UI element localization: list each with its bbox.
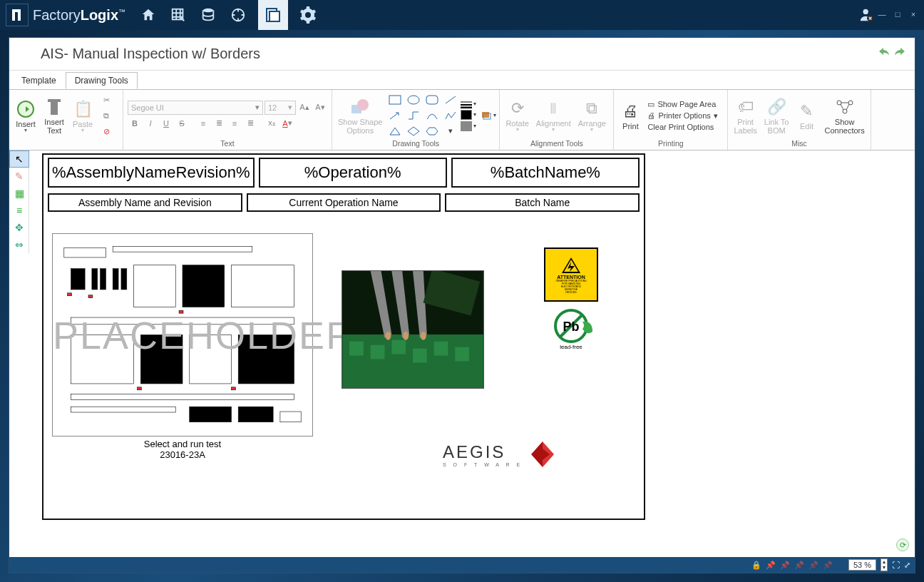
subheader-batch[interactable]: Batch Name	[445, 193, 640, 212]
svg-rect-49	[88, 295, 93, 298]
justify-icon[interactable]: ≣	[243, 116, 257, 131]
font-color-icon[interactable]: A▾	[280, 116, 294, 131]
align-center-icon[interactable]: ≣	[212, 116, 226, 131]
status-pin1-icon[interactable]: 📌	[766, 561, 776, 570]
tab-template[interactable]: Template	[12, 72, 66, 89]
print-button[interactable]: 🖨Print	[617, 99, 644, 132]
header-batch[interactable]: %BatchName%	[451, 158, 640, 188]
redo-button[interactable]	[893, 44, 908, 55]
shape-triangle[interactable]	[386, 124, 404, 138]
text-tool-icon	[46, 96, 62, 118]
zoom-level[interactable]: 53 %	[848, 559, 876, 571]
shape-rect[interactable]	[386, 93, 404, 107]
user-account-icon[interactable]	[857, 5, 877, 25]
insert-button[interactable]: Insert▾	[12, 97, 39, 135]
grid-edit-icon[interactable]	[168, 5, 188, 25]
svg-rect-12	[48, 99, 61, 102]
document-title: AIS- Manual Inspection w/ Borders	[41, 46, 260, 62]
shape-hex[interactable]	[423, 124, 441, 138]
refresh-button[interactable]: ⟳	[896, 538, 909, 551]
subheader-assembly[interactable]: Assembly Name and Revision	[48, 193, 242, 212]
zoom-expand-icon[interactable]: ⤢	[904, 561, 910, 570]
template-page[interactable]: %AssemblyNameRevision% %Operation% %Batc…	[42, 153, 645, 520]
pcb-schematic-icon	[57, 238, 308, 432]
status-lock-icon[interactable]: 🔒	[751, 561, 761, 570]
printer-icon: 🖨	[622, 101, 638, 122]
svg-rect-42	[238, 335, 294, 384]
minimize-button[interactable]: —	[877, 10, 887, 20]
eraser-tool[interactable]: ✎	[9, 168, 29, 185]
ribbon-tabs: Template Drawing Tools	[9, 71, 915, 89]
border-color-picker[interactable]: ▾	[461, 121, 476, 131]
svg-rect-48	[68, 293, 72, 296]
line-style-picker[interactable]: ▾	[461, 100, 476, 108]
align-right-icon[interactable]: ≡	[227, 116, 242, 131]
status-pin3-icon[interactable]: 📌	[794, 561, 804, 570]
header-assembly[interactable]: %AssemblyNameRevision%	[48, 158, 255, 188]
font-size-select[interactable]: 12▾	[265, 101, 296, 115]
svg-rect-50	[179, 310, 183, 313]
esd-attention-sign[interactable]: ATTENTION OBSERVE PRECAUTIONSFOR HANDLIN…	[544, 247, 598, 302]
underline-icon[interactable]: U	[159, 116, 173, 131]
shape-diamond[interactable]	[405, 124, 422, 138]
svg-rect-60	[455, 347, 469, 362]
canvas-scroll[interactable]: %AssemblyNameRevision% %Operation% %Batc…	[29, 150, 915, 554]
shape-arrow[interactable]	[386, 108, 404, 123]
document-view-icon[interactable]	[258, 0, 288, 30]
maximize-button[interactable]: □	[893, 10, 903, 20]
clear-print-options[interactable]: Clear Print Options	[645, 122, 719, 132]
printer-options[interactable]: 🖨Printer Options ▾	[645, 111, 719, 121]
inspection-photo[interactable]	[342, 270, 484, 389]
shape-ellipse[interactable]	[405, 93, 422, 107]
aegis-logo[interactable]: AEGIS S O F T W A R E	[443, 440, 607, 469]
pan-tool[interactable]: ⇔	[9, 236, 29, 253]
database-icon[interactable]	[198, 5, 218, 25]
zoom-stepper[interactable]: ▴▾	[881, 558, 888, 571]
shapes-icon	[350, 96, 370, 118]
strike-icon[interactable]: S	[175, 116, 189, 131]
svg-rect-36	[183, 265, 225, 307]
close-button[interactable]: ×	[908, 10, 918, 20]
shape-polyline[interactable]	[442, 108, 459, 123]
delete-icon[interactable]: ⊘	[99, 124, 113, 138]
status-pin4-icon[interactable]: 📌	[808, 561, 818, 570]
status-pin2-icon[interactable]: 📌	[780, 561, 790, 570]
pcb-placeholder[interactable]: PLACEHOLDER	[52, 233, 313, 436]
align-left-icon[interactable]: ≡	[196, 116, 210, 131]
svg-rect-34	[121, 269, 127, 290]
title-bar: FactoryLogix™ — □ ×	[0, 0, 924, 30]
pointer-tool[interactable]: ↖	[9, 150, 29, 168]
home-icon[interactable]	[138, 5, 158, 25]
effect-picker[interactable]: ▾	[481, 111, 496, 121]
subscript-icon[interactable]: x₂	[265, 116, 279, 131]
lead-free-badge[interactable]: Pb lead-free	[551, 307, 595, 352]
zoom-fit-icon[interactable]: ⛶	[892, 561, 900, 569]
arrange-icon: ⧉	[586, 98, 597, 119]
settings-icon[interactable]	[298, 5, 318, 25]
insert-text-button[interactable]: Insert Text	[41, 95, 68, 136]
tab-drawing-tools[interactable]: Drawing Tools	[66, 72, 138, 89]
shape-more[interactable]: ▾	[442, 124, 459, 138]
grid-tool[interactable]: ▦	[9, 185, 29, 202]
levels-tool[interactable]: ≡	[9, 202, 29, 219]
header-operation[interactable]: %Operation%	[259, 158, 447, 188]
target-icon[interactable]	[228, 5, 248, 25]
app-logo	[6, 4, 29, 26]
italic-icon[interactable]: I	[143, 116, 158, 131]
shape-connector[interactable]	[405, 108, 422, 123]
font-family-select[interactable]: Segoe UI▾	[128, 101, 263, 115]
show-connectors-button[interactable]: Show Connectors	[821, 95, 867, 136]
fill-color-picker[interactable]: ▾	[461, 110, 476, 120]
grow-font-icon[interactable]: A▴	[297, 101, 312, 115]
undo-button[interactable]	[878, 44, 892, 55]
shape-line[interactable]	[442, 93, 459, 107]
shrink-font-icon[interactable]: A▾	[313, 101, 327, 115]
bold-icon[interactable]: B	[128, 116, 142, 131]
shape-rounded[interactable]	[423, 93, 441, 107]
move-tool[interactable]: ✥	[9, 219, 29, 236]
shape-curve[interactable]	[423, 108, 441, 123]
subheader-operation[interactable]: Current Operation Name	[247, 193, 441, 212]
show-page-area[interactable]: ▭Show Page Area	[645, 99, 719, 110]
status-pin5-icon[interactable]: 📌	[823, 561, 833, 570]
aegis-mark-icon	[528, 440, 557, 469]
